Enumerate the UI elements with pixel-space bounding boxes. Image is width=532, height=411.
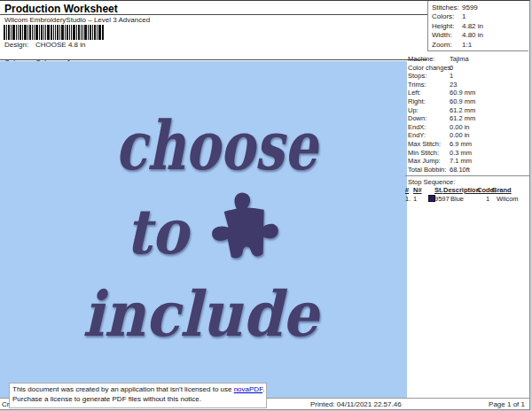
- seq-needle: 1: [413, 195, 417, 203]
- machine-row: Min Stitch: 0.3 mm: [405, 149, 529, 158]
- machine-label: Down:: [408, 114, 426, 122]
- machine-info-panel: Machine: Tajima Color changes: 0 Stops: …: [405, 55, 529, 174]
- stat-value: 4.80 in: [462, 31, 483, 40]
- stats-row: Height: 4.82 in: [428, 22, 528, 31]
- stat-label: Zoom:: [432, 41, 452, 49]
- app-subtitle: Wilcom EmbroideryStudio – Level 3 Advanc…: [4, 16, 150, 25]
- stat-value: 1:1: [462, 41, 472, 50]
- stat-label: Colors:: [432, 12, 454, 20]
- machine-value: 60.9 mm: [450, 89, 475, 97]
- machine-label: Up:: [408, 106, 419, 114]
- machine-row: Up: 61.2 mm: [405, 106, 529, 115]
- machine-label: Left:: [408, 89, 421, 97]
- barcode-icon: [4, 25, 104, 40]
- col-needle: N#: [413, 186, 422, 194]
- machine-value: 7.1 mm: [450, 157, 472, 166]
- col-description: Description: [443, 186, 480, 194]
- stat-value: 1: [462, 12, 466, 21]
- machine-row: Total Bobbin: 68.10ft: [405, 166, 529, 174]
- puzzle-piece-icon: [209, 190, 280, 260]
- machine-label: Max Stitch:: [408, 140, 441, 148]
- stop-sequence-title: Stop Sequence:: [408, 178, 455, 186]
- col-num: #: [405, 186, 409, 194]
- stats-row: Stitches: 9599: [428, 4, 528, 12]
- title-divider: [0, 14, 427, 15]
- machine-value: 61.2 mm: [450, 106, 475, 115]
- machine-value: 0.3 mm: [450, 149, 472, 158]
- notice-line1-suffix: .: [262, 385, 264, 393]
- col-stitches: St.: [434, 186, 443, 194]
- machine-value: 60.9 mm: [450, 97, 475, 106]
- machine-value: 6.9 mm: [450, 140, 472, 149]
- machine-value: 1: [450, 72, 453, 81]
- machine-value: 0: [450, 64, 453, 73]
- machine-value: Tajima: [450, 55, 469, 64]
- machine-value: 0.00 in: [450, 131, 470, 140]
- stat-value: 9599: [462, 4, 478, 12]
- seq-brand: Wilcom: [497, 195, 519, 203]
- footer-printed: Printed: 04/11/2021 22.57.46: [310, 400, 402, 408]
- machine-label: Total Bobbin:: [408, 166, 446, 174]
- machine-value: 68.10ft: [450, 166, 470, 174]
- machine-label: Trims:: [408, 81, 426, 89]
- machine-label: Stops:: [408, 72, 426, 80]
- design-stats-box: Stitches: 9599 Colors: 1 Height: 4.82 in…: [427, 1, 528, 51]
- machine-label: Machine:: [408, 55, 434, 63]
- machine-row: EndX: 0.00 in: [405, 123, 529, 132]
- machine-label: Max Jump:: [408, 157, 441, 165]
- notice-line1: This document was created by an applicat…: [12, 384, 263, 394]
- seq-description: Blue: [450, 195, 464, 203]
- machine-label: EndY:: [408, 131, 426, 139]
- notice-line2: Purchase a license to generate PDF files…: [12, 394, 263, 404]
- stats-row: Colors: 1: [428, 12, 528, 21]
- novapdf-notice-box: This document was created by an applicat…: [9, 383, 267, 408]
- stop-sequence-divider: [405, 175, 529, 176]
- seq-num: 1.: [405, 195, 411, 203]
- machine-row: Stops: 1: [405, 72, 529, 81]
- machine-label: EndX:: [408, 123, 426, 131]
- stat-label: Height:: [432, 22, 454, 30]
- production-worksheet-page: { "header": { "title": "Production Works…: [0, 0, 532, 411]
- col-brand: Brand: [492, 186, 512, 194]
- stat-label: Width:: [432, 31, 452, 39]
- header-divider: [0, 59, 427, 60]
- design-name-row: Design: CHOOSE 4.8 in: [4, 41, 182, 50]
- machine-row: Max Jump: 7.1 mm: [405, 157, 529, 166]
- machine-label: Color changes:: [408, 64, 452, 72]
- stats-row: Zoom: 1:1: [428, 41, 528, 50]
- stats-row: Width: 4.80 in: [428, 31, 528, 40]
- design-value: CHOOSE 4.8 in: [35, 41, 85, 50]
- stop-sequence-header: # N# St. Description Code Brand: [405, 186, 529, 195]
- novapdf-link[interactable]: novaPDF: [234, 385, 262, 393]
- seq-stitches: 9597: [434, 195, 450, 203]
- stat-value: 4.82 in: [462, 22, 483, 31]
- machine-row: Color changes: 0: [405, 64, 529, 73]
- machine-value: 0.00 in: [450, 123, 470, 132]
- machine-value: 61.2 mm: [450, 114, 475, 123]
- machine-value: 23: [450, 81, 457, 89]
- machine-label: Min Stitch:: [408, 149, 439, 157]
- design-word-include: include: [82, 277, 321, 351]
- seq-code: 1: [486, 195, 489, 203]
- page-title: Production Worksheet: [4, 3, 118, 15]
- machine-row: Down: 61.2 mm: [405, 114, 529, 123]
- design-word-to: to: [126, 195, 192, 268]
- embroidery-design: choose to include: [0, 61, 407, 398]
- col-code: Code: [477, 186, 494, 194]
- design-preview-area: choose to include: [0, 61, 407, 398]
- machine-row: EndY: 0.00 in: [405, 131, 529, 140]
- notice-line1-text: This document was created by an applicat…: [12, 385, 234, 393]
- worksheet-page: Production Worksheet Wilcom EmbroiderySt…: [0, 0, 530, 410]
- machine-row: Machine: Tajima: [405, 55, 529, 64]
- machine-row: Trims: 23: [405, 81, 529, 89]
- design-word-choose: choose: [115, 106, 320, 185]
- stop-sequence-row: 1. 1 9597 Blue 1 Wilcom: [405, 195, 529, 204]
- machine-row: Left: 60.9 mm: [405, 89, 529, 97]
- design-label: Design:: [4, 41, 28, 49]
- footer-page-number: Page 1 of 1: [489, 400, 525, 408]
- machine-row: Max Stitch: 6.9 mm: [405, 140, 529, 149]
- machine-row: Right: 60.9 mm: [405, 97, 529, 106]
- stat-label: Stitches:: [432, 4, 459, 12]
- machine-label: Right:: [408, 97, 426, 105]
